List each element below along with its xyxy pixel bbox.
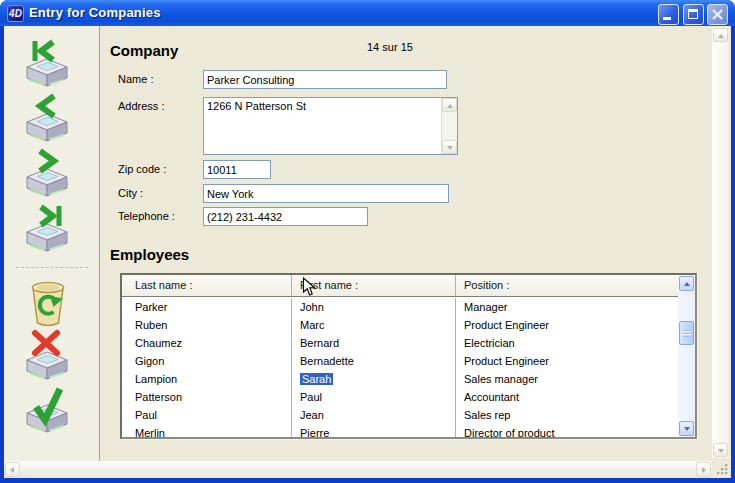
toolbar-separator bbox=[16, 267, 88, 268]
address-scroll-up-button[interactable] bbox=[442, 98, 457, 112]
address-label: Address : bbox=[118, 100, 164, 112]
column-header-first-name: First name : bbox=[292, 275, 456, 296]
zip-input[interactable] bbox=[203, 160, 271, 179]
employee-cell[interactable]: Electrician bbox=[456, 334, 678, 352]
titlebar[interactable]: 4D Entry for Companies bbox=[0, 0, 735, 26]
employee-cell[interactable]: Jean bbox=[292, 406, 456, 424]
name-input[interactable] bbox=[203, 70, 447, 89]
table-scroll-down-button[interactable] bbox=[679, 421, 694, 436]
telephone-label: Telephone : bbox=[118, 210, 175, 222]
employee-cell[interactable]: Merlin bbox=[122, 424, 292, 437]
table-row: Paul Jean Sales rep bbox=[122, 406, 678, 424]
address-scroll-down-button[interactable] bbox=[442, 140, 457, 154]
chevron-down-icon bbox=[447, 146, 453, 150]
employee-cell[interactable]: Paul bbox=[122, 406, 292, 424]
first-record-button[interactable] bbox=[24, 36, 70, 88]
employee-cell-selected[interactable]: Sarah bbox=[292, 370, 456, 388]
table-row: Parker John Manager bbox=[122, 298, 678, 316]
app-badge: 4D bbox=[9, 8, 22, 19]
city-input[interactable] bbox=[203, 184, 449, 203]
window-scroll-left-button[interactable] bbox=[5, 462, 20, 477]
employee-cell[interactable]: Chaumez bbox=[122, 334, 292, 352]
employee-cell[interactable]: Accountant bbox=[456, 388, 678, 406]
app-4d-icon: 4D bbox=[7, 5, 24, 22]
maximize-icon bbox=[688, 9, 698, 19]
resize-grip-icon bbox=[716, 463, 729, 476]
table-row: Ruben Marc Product Engineer bbox=[122, 316, 678, 334]
delete-record-button[interactable] bbox=[26, 277, 72, 329]
chevron-left-icon bbox=[10, 467, 14, 473]
last-record-icon bbox=[24, 201, 70, 253]
chevron-right-icon bbox=[702, 467, 706, 473]
window-title: Entry for Companies bbox=[29, 5, 161, 20]
employee-cell[interactable]: Patterson bbox=[122, 388, 292, 406]
minimize-button[interactable] bbox=[658, 4, 679, 25]
employee-cell[interactable]: Product Engineer bbox=[456, 352, 678, 370]
employee-cell[interactable]: Sales rep bbox=[456, 406, 678, 424]
record-counter: 14 sur 15 bbox=[367, 41, 413, 53]
employee-cell[interactable]: Manager bbox=[456, 298, 678, 316]
employees-table: Last name : First name : Position : Park… bbox=[120, 273, 697, 439]
chevron-down-icon bbox=[684, 427, 690, 431]
cancel-button[interactable] bbox=[24, 329, 70, 381]
selected-text: Sarah bbox=[300, 373, 333, 385]
cancel-icon bbox=[24, 329, 70, 381]
mouse-cursor bbox=[302, 277, 316, 297]
window-scroll-up-button[interactable] bbox=[713, 28, 728, 42]
company-section-title: Company bbox=[110, 42, 178, 59]
employee-cell[interactable]: Bernard bbox=[292, 334, 456, 352]
employee-cell[interactable]: Lampion bbox=[122, 370, 292, 388]
employee-cell[interactable]: Director of product bbox=[456, 424, 678, 437]
table-row: Patterson Paul Accountant bbox=[122, 388, 678, 406]
table-row: Chaumez Bernard Electrician bbox=[122, 334, 678, 352]
previous-record-icon bbox=[24, 91, 70, 143]
close-icon bbox=[711, 8, 724, 21]
employee-cell[interactable]: Ruben bbox=[122, 316, 292, 334]
accept-icon bbox=[24, 382, 70, 434]
delete-record-icon bbox=[26, 277, 70, 329]
accept-button[interactable] bbox=[24, 382, 70, 434]
previous-record-button[interactable] bbox=[24, 91, 70, 143]
close-button[interactable] bbox=[707, 4, 728, 25]
chevron-up-icon bbox=[684, 282, 690, 286]
address-value: 1266 N Patterson St bbox=[204, 98, 440, 154]
employee-cell[interactable]: Pierre bbox=[292, 424, 456, 437]
resize-grip[interactable] bbox=[712, 461, 731, 478]
window-scroll-right-button[interactable] bbox=[696, 462, 711, 477]
maximize-button[interactable] bbox=[683, 4, 704, 25]
chevron-down-icon bbox=[718, 449, 724, 453]
table-scrollbar-thumb[interactable] bbox=[679, 321, 694, 345]
employee-cell[interactable]: Parker bbox=[122, 298, 292, 316]
minimize-icon bbox=[663, 17, 671, 20]
employee-cell[interactable]: Gigon bbox=[122, 352, 292, 370]
column-header-last-name: Last name : bbox=[122, 275, 292, 296]
chevron-up-icon bbox=[718, 34, 724, 38]
employee-cell[interactable]: Product Engineer bbox=[456, 316, 678, 334]
address-field[interactable]: 1266 N Patterson St bbox=[203, 97, 458, 155]
city-label: City : bbox=[118, 187, 143, 199]
employee-cell[interactable]: Bernadette bbox=[292, 352, 456, 370]
next-record-icon bbox=[24, 146, 70, 198]
table-row: Merlin Pierre Director of product bbox=[122, 424, 678, 437]
chevron-up-icon bbox=[447, 104, 453, 108]
window-horizontal-scrollbar[interactable] bbox=[4, 461, 712, 478]
column-header-position: Position : bbox=[456, 275, 678, 296]
window-scroll-down-button[interactable] bbox=[713, 443, 728, 457]
table-scroll-up-button[interactable] bbox=[679, 276, 694, 291]
address-scrollbar[interactable] bbox=[441, 98, 457, 154]
employee-cell[interactable]: John bbox=[292, 298, 456, 316]
table-body: Parker John Manager Ruben Marc Product E… bbox=[122, 298, 678, 437]
name-label: Name : bbox=[118, 73, 153, 85]
window-vertical-scrollbar[interactable] bbox=[712, 27, 729, 458]
app-window: 4D Entry for Companies bbox=[0, 0, 735, 483]
employee-cell[interactable]: Paul bbox=[292, 388, 456, 406]
employee-cell[interactable]: Sales manager bbox=[456, 370, 678, 388]
table-scrollbar[interactable] bbox=[678, 275, 695, 437]
employee-cell[interactable]: Marc bbox=[292, 316, 456, 334]
zip-label: Zip code : bbox=[118, 163, 166, 175]
last-record-button[interactable] bbox=[24, 201, 70, 253]
employees-section-title: Employees bbox=[110, 246, 189, 263]
telephone-input[interactable] bbox=[203, 207, 368, 226]
next-record-button[interactable] bbox=[24, 146, 70, 198]
table-row: Lampion Sarah Sales manager bbox=[122, 370, 678, 388]
